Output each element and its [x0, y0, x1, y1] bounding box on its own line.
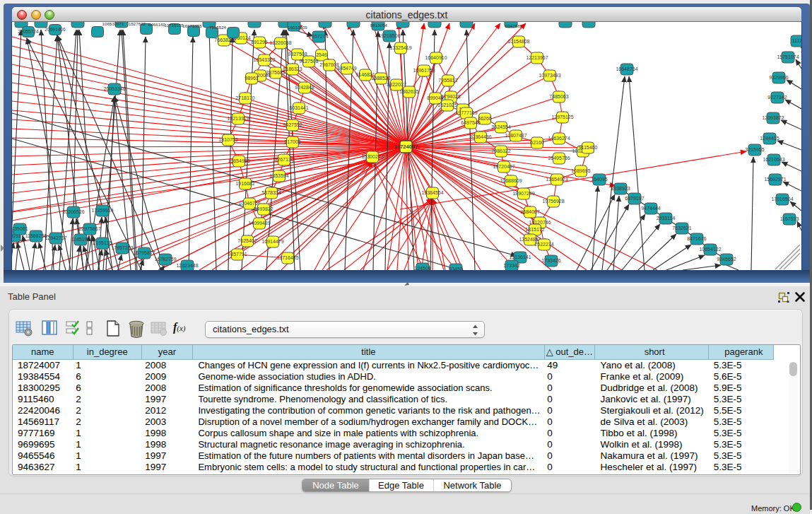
svg-text:1733426: 1733426 [541, 258, 560, 263]
svg-text:2047682: 2047682 [505, 23, 523, 28]
svg-text:16961758: 16961758 [413, 68, 435, 73]
svg-text:24055724: 24055724 [18, 29, 39, 34]
svg-text:6466160: 6466160 [148, 22, 166, 27]
svg-text:16795817: 16795817 [133, 250, 155, 255]
svg-text:10046766: 10046766 [238, 201, 260, 206]
svg-text:16914479: 16914479 [261, 239, 283, 244]
svg-text:10654122: 10654122 [699, 247, 721, 252]
svg-text:13716485: 13716485 [276, 255, 298, 260]
svg-text:15136141: 15136141 [509, 255, 531, 259]
svg-text:7955812: 7955812 [438, 78, 457, 83]
svg-text:2933114: 2933114 [657, 216, 676, 221]
svg-text:98961: 98961 [245, 76, 259, 81]
svg-text:8322037: 8322037 [387, 82, 406, 87]
svg-text:15751074: 15751074 [777, 54, 799, 59]
svg-text:8938923: 8938923 [611, 186, 630, 191]
svg-text:9245652: 9245652 [717, 257, 736, 262]
svg-text:12213319: 12213319 [227, 116, 249, 121]
svg-text:3624554: 3624554 [491, 124, 510, 129]
svg-text:9227342: 9227342 [767, 95, 787, 100]
svg-text:6879197: 6879197 [625, 196, 644, 201]
svg-text:19384554: 19384554 [421, 190, 443, 195]
svg-text:9857791: 9857791 [228, 252, 247, 257]
svg-text:14099489: 14099489 [248, 221, 270, 226]
svg-text:12975125: 12975125 [551, 115, 573, 119]
svg-text:15692971: 15692971 [764, 177, 786, 182]
svg-text:16671355: 16671355 [182, 23, 202, 28]
svg-text:10154808: 10154808 [507, 39, 529, 44]
svg-text:2195135: 2195135 [93, 240, 112, 245]
svg-text:93450: 93450 [449, 267, 463, 270]
svg-text:18724007: 18724007 [394, 144, 418, 150]
svg-text:6497546: 6497546 [461, 120, 480, 125]
svg-text:2522274: 2522274 [534, 242, 553, 247]
svg-text:16543362: 16543362 [253, 57, 275, 62]
svg-text:9474444: 9474444 [641, 206, 660, 211]
svg-text:13226058: 13226058 [269, 40, 291, 45]
svg-text:1527602: 1527602 [129, 22, 146, 26]
svg-text:12323448: 12323448 [176, 263, 198, 268]
svg-text:20053346: 20053346 [103, 86, 125, 91]
svg-text:8186323: 8186323 [283, 66, 302, 71]
svg-text:62160: 62160 [530, 140, 544, 145]
svg-text:1112: 1112 [792, 38, 801, 43]
svg-text:10807487: 10807487 [505, 133, 526, 138]
svg-text:19654985: 19654985 [228, 158, 249, 163]
svg-text:13524851: 13524851 [519, 237, 541, 242]
svg-text:16648764: 16648764 [616, 66, 637, 71]
svg-text:9329966: 9329966 [769, 75, 788, 80]
svg-text:1815172: 1815172 [525, 227, 544, 232]
svg-text:12213967: 12213967 [526, 55, 548, 60]
svg-text:13654923: 13654923 [546, 177, 567, 182]
svg-text:14636274: 14636274 [548, 136, 570, 141]
svg-text:12942737: 12942737 [45, 235, 66, 240]
svg-text:891295: 891295 [251, 40, 267, 45]
svg-text:1362635: 1362635 [399, 89, 418, 94]
svg-text:1916682: 1916682 [235, 181, 254, 186]
svg-text:435061: 435061 [12, 226, 28, 231]
svg-text:17016504: 17016504 [771, 197, 793, 201]
svg-text:5493822: 5493822 [254, 206, 273, 211]
svg-text:16782759: 16782759 [154, 257, 176, 262]
svg-text:106532671: 106532671 [102, 22, 125, 26]
svg-text:3215955: 3215955 [745, 147, 764, 152]
svg-text:7515524: 7515524 [209, 25, 227, 30]
svg-text:124509: 124509 [414, 266, 430, 270]
svg-text:1588520: 1588520 [371, 76, 390, 81]
svg-text:164095: 164095 [591, 177, 607, 182]
svg-text:20364436: 20364436 [469, 134, 491, 139]
svg-text:6794028: 6794028 [441, 94, 460, 99]
svg-text:22975867: 22975867 [78, 226, 100, 231]
svg-text:3267130: 3267130 [274, 157, 293, 162]
svg-text:1167533: 1167533 [780, 216, 799, 221]
svg-text:7632621: 7632621 [672, 226, 691, 230]
svg-text:16640910: 16640910 [425, 55, 447, 60]
svg-text:20206526: 20206526 [62, 209, 84, 214]
svg-text:1145197: 1145197 [71, 237, 90, 242]
svg-text:2718170: 2718170 [235, 95, 254, 100]
svg-text:7357274: 7357274 [309, 34, 328, 39]
svg-text:1089695: 1089695 [571, 168, 590, 173]
svg-text:1621025: 1621025 [437, 103, 457, 107]
svg-text:8031441: 8031441 [289, 105, 308, 110]
svg-text:9427552: 9427552 [283, 122, 302, 127]
svg-text:10719155: 10719155 [164, 23, 184, 28]
svg-text:1244415: 1244415 [760, 136, 779, 141]
svg-text:8471676: 8471676 [687, 236, 706, 241]
svg-text:2967608: 2967608 [319, 62, 339, 67]
svg-text:9242848: 9242848 [295, 85, 314, 90]
svg-text:17957253: 17957253 [111, 245, 133, 250]
svg-text:9684067: 9684067 [520, 209, 539, 214]
svg-text:16210643: 16210643 [763, 157, 784, 162]
svg-text:9115460: 9115460 [579, 145, 598, 150]
svg-text:12093872: 12093872 [762, 115, 784, 120]
svg-text:25495786: 25495786 [548, 156, 570, 160]
svg-text:19756928: 19756928 [542, 199, 564, 204]
svg-text:18907249: 18907249 [512, 191, 534, 196]
svg-text:7625402: 7625402 [237, 238, 257, 243]
svg-text:11568296: 11568296 [25, 233, 47, 238]
svg-text:5578334: 5578334 [261, 190, 281, 195]
svg-text:10688609: 10688609 [500, 178, 522, 183]
svg-text:19218506: 19218506 [378, 33, 400, 38]
svg-text:19777169: 19777169 [455, 110, 477, 115]
